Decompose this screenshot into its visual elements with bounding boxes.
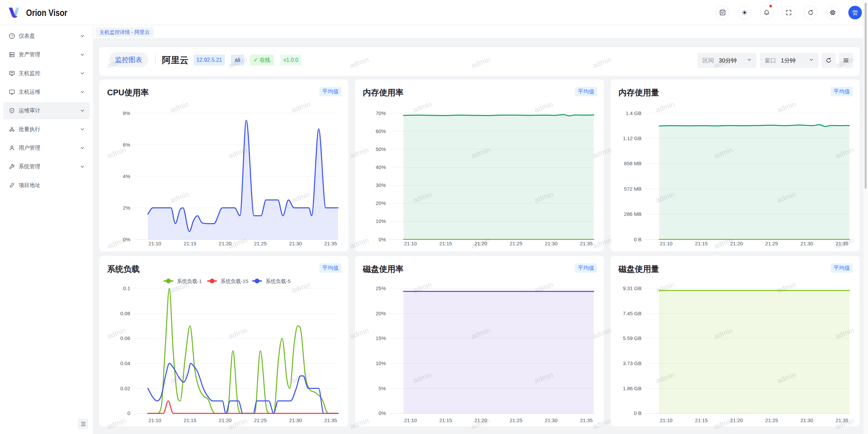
svg-text:5.59 GB: 5.59 GB — [623, 335, 642, 341]
svg-text:9.31 GB: 9.31 GB — [623, 285, 642, 291]
svg-text:15%: 15% — [376, 335, 386, 341]
svg-text:21:20: 21:20 — [730, 417, 743, 423]
svg-text:25%: 25% — [376, 285, 386, 291]
svg-text:0.08: 0.08 — [120, 310, 130, 316]
svg-text:21:10: 21:10 — [660, 241, 673, 246]
svg-text:21:10: 21:10 — [404, 417, 417, 423]
svg-text:10%: 10% — [376, 360, 386, 366]
svg-text:50%: 50% — [376, 146, 386, 152]
svg-text:0.04: 0.04 — [120, 360, 130, 366]
svg-text:20%: 20% — [376, 310, 386, 316]
svg-text:286 MB: 286 MB — [624, 211, 642, 217]
svg-text:系统负载-1: 系统负载-1 — [177, 278, 202, 284]
svg-text:21:15: 21:15 — [439, 241, 452, 246]
svg-text:0.06: 0.06 — [120, 335, 130, 341]
svg-text:21:20: 21:20 — [219, 241, 232, 246]
svg-text:21:25: 21:25 — [765, 417, 778, 423]
svg-text:21:15: 21:15 — [695, 241, 708, 246]
svg-text:10%: 10% — [376, 218, 386, 224]
svg-text:21:10: 21:10 — [660, 417, 673, 423]
svg-text:21:25: 21:25 — [254, 417, 267, 423]
svg-text:21:35: 21:35 — [324, 417, 337, 423]
svg-text:21:25: 21:25 — [510, 241, 522, 246]
svg-text:7.45 GB: 7.45 GB — [623, 310, 642, 316]
svg-text:21:20: 21:20 — [474, 417, 487, 423]
svg-text:40%: 40% — [376, 164, 386, 170]
svg-text:21:25: 21:25 — [510, 417, 522, 423]
svg-text:30%: 30% — [376, 182, 386, 188]
svg-text:21:35: 21:35 — [324, 241, 337, 246]
svg-text:4%: 4% — [123, 173, 130, 179]
svg-text:21:35: 21:35 — [580, 241, 593, 246]
svg-text:572 MB: 572 MB — [624, 186, 642, 192]
svg-text:21:30: 21:30 — [289, 241, 302, 246]
svg-text:21:20: 21:20 — [730, 241, 743, 246]
svg-text:0%: 0% — [123, 237, 130, 242]
svg-text:1.12 GB: 1.12 GB — [623, 135, 642, 141]
svg-text:0.02: 0.02 — [120, 385, 130, 391]
svg-text:0: 0 — [127, 410, 130, 416]
svg-text:6%: 6% — [123, 142, 130, 148]
svg-text:3.73 GB: 3.73 GB — [623, 360, 642, 366]
svg-text:20%: 20% — [376, 200, 386, 206]
svg-text:0.1: 0.1 — [123, 285, 130, 291]
svg-text:8%: 8% — [123, 110, 130, 116]
svg-text:21:30: 21:30 — [545, 241, 558, 246]
svg-text:21:35: 21:35 — [835, 417, 848, 423]
svg-text:21:30: 21:30 — [545, 417, 558, 423]
svg-text:系统负载-15: 系统负载-15 — [221, 278, 249, 284]
svg-text:5%: 5% — [378, 385, 386, 391]
svg-text:21:35: 21:35 — [580, 417, 593, 423]
svg-text:1.86 GB: 1.86 GB — [623, 385, 642, 391]
svg-text:21:30: 21:30 — [801, 241, 813, 246]
svg-text:21:35: 21:35 — [835, 241, 848, 246]
svg-text:21:10: 21:10 — [149, 417, 161, 423]
svg-text:21:15: 21:15 — [184, 417, 197, 423]
svg-text:2%: 2% — [123, 205, 130, 211]
svg-text:21:15: 21:15 — [184, 241, 197, 246]
svg-text:0%: 0% — [378, 410, 386, 416]
svg-text:21:10: 21:10 — [149, 241, 161, 246]
svg-text:21:30: 21:30 — [801, 417, 813, 423]
svg-text:70%: 70% — [376, 110, 386, 116]
svg-text:系统负载-5: 系统负载-5 — [266, 278, 291, 284]
svg-text:21:25: 21:25 — [765, 241, 778, 246]
svg-text:0 B: 0 B — [634, 410, 642, 416]
svg-text:21:20: 21:20 — [219, 417, 232, 423]
svg-text:21:25: 21:25 — [254, 241, 267, 246]
svg-text:0 B: 0 B — [634, 237, 642, 242]
svg-text:0%: 0% — [378, 237, 386, 242]
svg-text:21:15: 21:15 — [439, 417, 452, 423]
svg-text:21:20: 21:20 — [474, 241, 487, 246]
svg-text:21:30: 21:30 — [289, 417, 302, 423]
svg-text:1.4 GB: 1.4 GB — [626, 110, 642, 116]
svg-text:858 MB: 858 MB — [624, 161, 642, 166]
svg-text:21:15: 21:15 — [695, 417, 708, 423]
svg-text:21:10: 21:10 — [404, 241, 417, 246]
svg-text:60%: 60% — [376, 128, 386, 134]
